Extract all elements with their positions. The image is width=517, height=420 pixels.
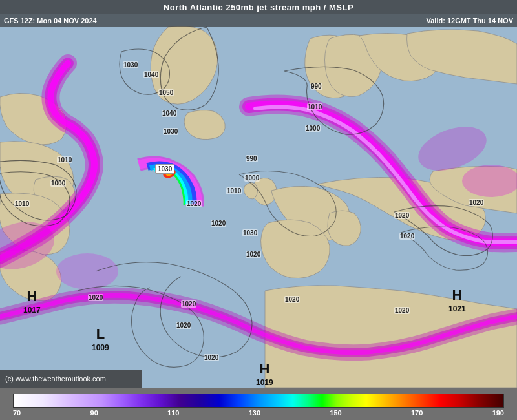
map-title: North Atlantic 250mb jet stream mph / MS… bbox=[164, 3, 353, 12]
isobar-label-1020sc: 1020 bbox=[181, 300, 196, 308]
isobar-label-1020a: 1020 bbox=[186, 200, 202, 207]
info-bar: GFS 12Z: Mon 04 NOV 2024 Valid: 12GMT Th… bbox=[0, 14, 517, 27]
isobar-label-1020e4: 1020 bbox=[469, 199, 484, 206]
isobar-label-1020sc3: 1020 bbox=[176, 322, 191, 329]
isobar-label-1020s: 1020 bbox=[246, 251, 261, 258]
isobar-box-1030: 1030 bbox=[155, 164, 174, 174]
land-svg bbox=[0, 0, 517, 388]
high-pressure-west: H 1017 bbox=[23, 289, 41, 315]
high-pressure-south: H 1019 bbox=[256, 362, 273, 388]
isobar-label-1010m: 1010 bbox=[226, 187, 242, 194]
scale-gradient bbox=[13, 394, 504, 408]
scale-label-110: 110 bbox=[167, 409, 179, 417]
isobar-label-1020sc4: 1020 bbox=[204, 354, 219, 361]
high-letter-south: H bbox=[256, 362, 273, 376]
isobar-label-1050: 1050 bbox=[158, 89, 174, 96]
scale-label-70: 70 bbox=[13, 409, 21, 417]
low-letter: L bbox=[92, 327, 109, 341]
low-value: 1009 bbox=[92, 343, 109, 352]
isobar-label-1010w: 1010 bbox=[57, 156, 72, 163]
high-value-west: 1017 bbox=[23, 306, 41, 315]
isobar-label-1020sw: 1020 bbox=[88, 294, 103, 301]
high-pressure-east: H 1021 bbox=[448, 288, 466, 314]
copyright-text: (c) www.theweatheroutlook.com bbox=[5, 375, 106, 383]
isobar-label-1020m: 1020 bbox=[211, 220, 226, 227]
color-scale-container: 70 90 110 130 150 170 190 bbox=[0, 388, 517, 420]
isobar-label-990: 990 bbox=[310, 83, 322, 90]
gfs-run-info: GFS 12Z: Mon 04 NOV 2024 bbox=[4, 17, 97, 25]
high-letter-west: H bbox=[23, 289, 41, 304]
scale-label-150: 150 bbox=[330, 409, 341, 417]
isobar-label-1010w2: 1010 bbox=[14, 200, 30, 207]
isobar-label-1000e: 1000 bbox=[305, 125, 321, 132]
isobar-label-1040b: 1040 bbox=[162, 110, 177, 117]
high-value-east: 1021 bbox=[448, 304, 466, 313]
isobar-label-1030s: 1030 bbox=[242, 229, 258, 236]
copyright-bar: (c) www.theweatheroutlook.com bbox=[0, 370, 142, 388]
isobar-label-1040: 1040 bbox=[143, 71, 159, 78]
map-container: North Atlantic 250mb jet stream mph / MS… bbox=[0, 0, 517, 388]
isobar-label-1020e2: 1020 bbox=[394, 212, 410, 219]
low-pressure-center: L 1009 bbox=[92, 327, 109, 353]
high-letter-east: H bbox=[448, 288, 466, 302]
color-scale bbox=[13, 394, 504, 408]
isobar-label-1030n: 1030 bbox=[123, 61, 138, 68]
scale-label-170: 170 bbox=[411, 409, 423, 417]
isobar-label-1030b: 1030 bbox=[163, 128, 178, 135]
scale-label-130: 130 bbox=[249, 409, 260, 417]
title-bar: North Atlantic 250mb jet stream mph / MS… bbox=[0, 0, 517, 14]
isobar-label-1010e: 1010 bbox=[307, 103, 322, 110]
isobar-label-990m: 990 bbox=[246, 155, 258, 162]
isobar-label-1000w: 1000 bbox=[50, 180, 66, 187]
high-value-south: 1019 bbox=[256, 378, 273, 387]
scale-labels: 70 90 110 130 150 170 190 bbox=[13, 409, 504, 417]
isobar-label-1020e3: 1020 bbox=[399, 233, 415, 240]
svg-point-4 bbox=[56, 253, 118, 289]
scale-label-190: 190 bbox=[492, 409, 504, 417]
scale-label-90: 90 bbox=[90, 409, 98, 417]
isobar-label-1020se: 1020 bbox=[394, 307, 410, 314]
isobar-label-1000m: 1000 bbox=[244, 174, 260, 182]
valid-time: Valid: 12GMT Thu 14 NOV bbox=[427, 17, 513, 25]
isobar-label-1020sc2: 1020 bbox=[284, 296, 300, 303]
